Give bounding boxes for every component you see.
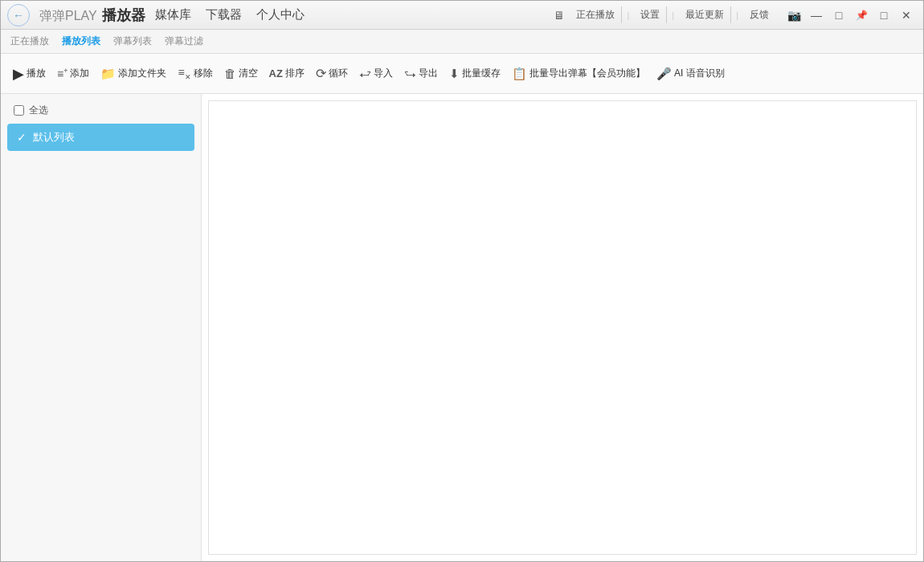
feedback-link[interactable]: 反馈 (743, 6, 775, 23)
subnav-playlist[interactable]: 播放列表 (62, 35, 100, 48)
sort-icon: AZ (269, 67, 283, 79)
playlist-label: 默认列表 (33, 130, 75, 145)
check-icon: ✓ (17, 131, 27, 144)
import-icon: ⮐ (359, 67, 371, 80)
remove-button[interactable]: ≡✕ 移除 (174, 63, 216, 84)
select-all-label: 全选 (29, 104, 48, 117)
add-folder-button[interactable]: 📁 添加文件夹 (96, 63, 170, 84)
window-controls: 📷 — □ 📌 □ ✕ (783, 6, 917, 24)
ai-voice-icon: 🎤 (656, 67, 672, 81)
remove-icon: ≡✕ (178, 66, 190, 81)
download-icon: ⬇ (449, 67, 460, 81)
subnav-now-playing[interactable]: 正在播放 (10, 35, 49, 48)
clear-label: 清空 (239, 67, 258, 80)
restore-button[interactable]: □ (828, 6, 849, 24)
danmaku-export-icon: 📋 (512, 67, 527, 81)
loop-icon: ⟳ (316, 66, 326, 81)
batch-export-danmaku-button[interactable]: 📋 批量导出弹幕【会员功能】 (508, 63, 649, 84)
ai-voice-label: AI 语音识别 (674, 67, 725, 80)
select-all-checkbox[interactable] (14, 105, 24, 116)
close-button[interactable]: ✕ (896, 6, 917, 24)
app-name-bold: 播放器 (102, 6, 145, 25)
import-button[interactable]: ⮐ 导入 (355, 63, 397, 83)
nav-downloader[interactable]: 下载器 (206, 7, 242, 22)
subnav: 正在播放 播放列表 弹幕列表 弹幕过滤 (1, 30, 923, 54)
app-window: ← 弹弹PLAY 播放器 媒体库 下载器 个人中心 🖥 正在播放 | 设置 | … (0, 0, 924, 562)
select-all-row: 全选 (7, 100, 194, 124)
export-button[interactable]: ⮑ 导出 (400, 63, 442, 83)
sort-button[interactable]: AZ 排序 (265, 63, 309, 83)
titlebar-left: ← 弹弹PLAY 播放器 媒体库 下载器 个人中心 (7, 4, 305, 26)
titlebar-right: 🖥 正在播放 | 设置 | 最近更新 | 反馈 📷 — □ 📌 □ ✕ (554, 6, 917, 24)
add-icon: ≡+ (57, 67, 67, 80)
toolbar: ▶ 播放 ≡+ 添加 📁 添加文件夹 ≡✕ 移除 🗑 清空 AZ 排序 (1, 54, 923, 94)
add-folder-label: 添加文件夹 (118, 67, 166, 80)
back-button[interactable]: ← (7, 4, 30, 26)
loop-label: 循环 (329, 67, 348, 80)
app-name-light: 弹弹PLAY (39, 8, 97, 25)
clear-button[interactable]: 🗑 清空 (220, 63, 262, 83)
add-label: 添加 (70, 67, 89, 80)
title-icon-area: 🖥 正在播放 | 设置 | 最近更新 | 反馈 (554, 6, 775, 23)
status-playing[interactable]: 正在播放 (570, 6, 622, 23)
nav-menu: 媒体库 下载器 个人中心 (155, 7, 305, 22)
remove-label: 移除 (194, 67, 213, 80)
main-content-area (208, 100, 917, 555)
settings-link[interactable]: 设置 (634, 6, 667, 23)
batch-export-danmaku-label: 批量导出弹幕【会员功能】 (529, 67, 645, 80)
recent-update-link[interactable]: 最近更新 (679, 6, 731, 23)
subnav-danmaku-list[interactable]: 弹幕列表 (113, 35, 152, 48)
content-area: 全选 ✓ 默认列表 (1, 94, 923, 561)
camera-button[interactable]: 📷 (783, 6, 804, 24)
subnav-danmaku-filter[interactable]: 弹幕过滤 (165, 35, 203, 48)
batch-cache-button[interactable]: ⬇ 批量缓存 (445, 63, 505, 84)
titlebar: ← 弹弹PLAY 播放器 媒体库 下载器 个人中心 🖥 正在播放 | 设置 | … (1, 1, 923, 30)
export-icon: ⮑ (404, 67, 416, 80)
play-label: 播放 (27, 67, 46, 80)
pin-button[interactable]: 📌 (851, 6, 872, 24)
export-label: 导出 (419, 67, 438, 80)
sort-label: 排序 (285, 67, 305, 80)
app-title: 弹弹PLAY 播放器 (39, 6, 145, 25)
batch-cache-label: 批量缓存 (462, 67, 501, 80)
add-button[interactable]: ≡+ 添加 (53, 63, 93, 83)
maximize-button[interactable]: □ (873, 6, 894, 24)
ai-voice-button[interactable]: 🎤 AI 语音识别 (652, 63, 729, 84)
minimize-button[interactable]: — (806, 6, 827, 24)
trash-icon: 🗑 (224, 67, 236, 80)
nav-personal-center[interactable]: 个人中心 (256, 7, 305, 22)
folder-icon: 📁 (100, 67, 116, 81)
nav-media-library[interactable]: 媒体库 (155, 7, 191, 22)
play-button[interactable]: ▶ 播放 (9, 62, 50, 86)
monitor-icon: 🖥 (554, 9, 565, 22)
play-icon: ▶ (13, 65, 24, 83)
playlist-item-default[interactable]: ✓ 默认列表 (7, 124, 194, 151)
loop-button[interactable]: ⟳ 循环 (312, 63, 352, 84)
import-label: 导入 (374, 67, 393, 80)
sidebar: 全选 ✓ 默认列表 (1, 94, 202, 561)
